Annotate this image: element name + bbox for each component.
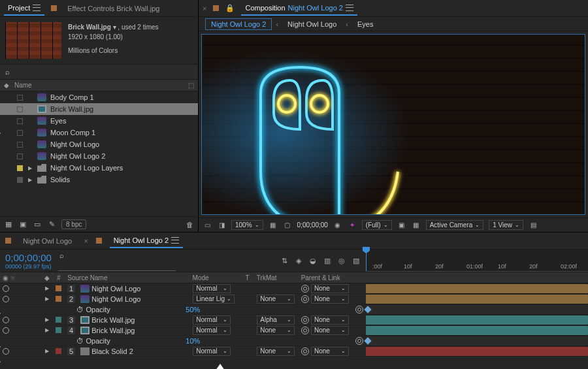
monitor-icon[interactable]: ▭ xyxy=(203,221,212,229)
project-item[interactable]: Eyes xyxy=(0,115,198,127)
motion-blur-icon[interactable]: ◎ xyxy=(337,257,346,265)
keyframe-icon[interactable] xyxy=(364,306,371,313)
shy-icon[interactable]: ◒ xyxy=(308,257,318,265)
layer-row[interactable]: ▶ 5 Black Solid 2 Normal⌄ None⌄ None⌄ xyxy=(0,346,366,357)
panel-menu-icon[interactable] xyxy=(33,5,41,11)
visibility-toggle[interactable] xyxy=(3,327,9,334)
label-icon[interactable]: ◆ xyxy=(4,82,9,89)
trkmat-dropdown[interactable]: None⌄ xyxy=(257,295,295,304)
blend-mode-dropdown[interactable]: Normal⌄ xyxy=(193,347,231,356)
property-value[interactable]: 10% xyxy=(183,336,234,345)
composition-viewer[interactable] xyxy=(201,34,585,215)
layer-bar[interactable] xyxy=(366,315,588,325)
crumb-item[interactable]: Eyes xyxy=(352,19,378,29)
color-icon[interactable]: ✦ xyxy=(348,221,357,229)
parent-dropdown[interactable]: None⌄ xyxy=(311,295,349,304)
project-item[interactable]: Brick Wall.jpg xyxy=(0,103,198,115)
pickwhip-icon[interactable] xyxy=(301,347,309,355)
layer-bar[interactable] xyxy=(366,295,588,304)
layer-row[interactable]: ▶ 1 Night Owl Logo Normal⌄ None⌄ xyxy=(0,283,366,294)
blend-mode-dropdown[interactable]: Normal⌄ xyxy=(193,315,231,325)
project-search[interactable]: ⌕ xyxy=(0,64,198,80)
guides-icon[interactable]: ▢ xyxy=(283,221,292,229)
blend-mode-dropdown[interactable]: Normal⌄ xyxy=(193,326,231,335)
project-item[interactable]: Night Owl Logo 2 xyxy=(0,150,198,162)
property-value[interactable]: 50% xyxy=(183,304,234,314)
resolution-dropdown[interactable]: (Full)⌄ xyxy=(362,220,392,230)
new-comp-icon[interactable]: ▣ xyxy=(18,220,27,229)
blend-mode-dropdown[interactable]: Normal⌄ xyxy=(193,284,231,293)
trkmat-dropdown[interactable]: None⌄ xyxy=(257,326,295,335)
timeline-tracks[interactable]: :00f10f20f01:00f10f20f02:00f xyxy=(366,249,588,357)
project-list[interactable]: Body Comp 1Brick Wall.jpgEyesMoon Comp 1… xyxy=(0,91,198,216)
panel-menu-icon[interactable] xyxy=(346,5,353,11)
exposure-icon[interactable]: ▤ xyxy=(529,221,538,229)
playhead[interactable] xyxy=(366,249,367,271)
timeline-search[interactable]: ⌕ xyxy=(58,250,176,271)
layer-row[interactable]: ▶ 2 Night Owl Logo Linear Lig⌄ None⌄ Non… xyxy=(0,294,366,304)
graph-editor-icon[interactable]: ▧ xyxy=(351,257,361,265)
pickwhip-icon[interactable] xyxy=(355,337,363,345)
visibility-toggle[interactable] xyxy=(3,317,9,323)
bpc-toggle[interactable]: 8 bpc xyxy=(61,219,86,229)
comp-mini-flow-icon[interactable]: ⇅ xyxy=(280,257,289,265)
parent-dropdown[interactable]: None⌄ xyxy=(311,347,349,356)
parent-dropdown[interactable]: None⌄ xyxy=(311,315,349,325)
time-ruler[interactable]: :00f10f20f01:00f10f20f02:00f xyxy=(366,249,588,272)
zoom-dropdown[interactable]: 100%⌄ xyxy=(231,220,263,230)
visibility-toggle[interactable] xyxy=(3,348,9,355)
blend-mode-dropdown[interactable]: Linear Lig⌄ xyxy=(193,295,235,304)
project-item[interactable]: Moon Comp 1 xyxy=(0,127,198,138)
project-item[interactable]: Body Comp 1 xyxy=(0,91,198,103)
grid-icon[interactable]: ▦ xyxy=(269,221,278,229)
roi-icon[interactable]: ▣ xyxy=(397,221,406,229)
mask-icon[interactable]: ◨ xyxy=(217,221,226,229)
property-row[interactable]: ⏱ Opacity 10% xyxy=(0,336,366,346)
camera-dropdown[interactable]: Active Camera⌄ xyxy=(426,220,484,230)
pickwhip-icon[interactable] xyxy=(301,285,309,293)
project-item[interactable]: ▶Night Owl Logo Layers xyxy=(0,162,198,174)
bin-icon[interactable]: ▦ xyxy=(4,220,13,229)
layer-bar[interactable] xyxy=(366,347,588,356)
brush-icon[interactable]: ✎ xyxy=(47,220,56,229)
pickwhip-icon[interactable] xyxy=(301,316,309,324)
tab-composition[interactable]: Composition Night Owl Logo 2 xyxy=(241,1,357,16)
stopwatch-icon[interactable]: ⏱ xyxy=(76,337,84,345)
lock-icon[interactable]: 🔒 xyxy=(225,4,235,12)
project-item[interactable]: ▶Solids xyxy=(0,174,198,185)
timecode[interactable]: 0;00;00;00 xyxy=(5,252,52,263)
current-time[interactable]: 0;00;00;00 xyxy=(297,221,328,229)
parent-dropdown[interactable]: None⌄ xyxy=(311,326,349,335)
tab-project[interactable]: Project xyxy=(4,1,44,16)
property-row[interactable]: ⏱ Opacity 50% xyxy=(0,304,366,315)
transparency-icon[interactable]: ▦ xyxy=(412,221,421,229)
frame-blend-icon[interactable]: ▥ xyxy=(323,257,332,265)
visibility-toggle[interactable] xyxy=(3,285,9,292)
trkmat-dropdown[interactable]: Alpha⌄ xyxy=(257,315,295,325)
visibility-toggle[interactable] xyxy=(3,296,9,302)
layer-row[interactable]: ▶ 3 Brick Wall.jpg Normal⌄ Alpha⌄ None⌄ xyxy=(0,315,366,325)
timeline-tab[interactable]: Night Owl Logo 2 xyxy=(110,234,183,248)
parent-dropdown[interactable]: None⌄ xyxy=(311,284,349,293)
project-item[interactable]: Night Owl Logo xyxy=(0,138,198,150)
crumb-item[interactable]: Night Owl Logo xyxy=(282,19,342,29)
search-input[interactable] xyxy=(59,259,174,269)
draft3d-icon[interactable]: ◈ xyxy=(294,257,303,265)
views-dropdown[interactable]: 1 View⌄ xyxy=(489,220,523,230)
stopwatch-icon[interactable]: ⏱ xyxy=(76,306,84,313)
crumb-item[interactable]: Night Owl Logo 2 xyxy=(205,18,272,30)
pickwhip-icon[interactable] xyxy=(301,295,309,303)
layer-bar[interactable] xyxy=(366,326,588,335)
pickwhip-icon[interactable] xyxy=(355,306,363,313)
keyframe-icon[interactable] xyxy=(364,337,371,344)
panel-menu-icon[interactable] xyxy=(171,237,179,244)
timeline-tab[interactable]: Night Owl Logo xyxy=(19,234,76,248)
layer-row[interactable]: ▶ 4 Brick Wall.jpg Normal⌄ None⌄ None⌄ xyxy=(0,325,366,336)
new-folder-icon[interactable]: ▭ xyxy=(33,220,42,229)
trash-icon[interactable]: 🗑 xyxy=(185,221,194,229)
tab-effect-controls[interactable]: Effect Controls Brick Wall.jpg xyxy=(63,2,163,15)
trkmat-dropdown[interactable]: None⌄ xyxy=(257,347,295,356)
search-input[interactable] xyxy=(10,66,193,78)
snapshot-icon[interactable]: ◉ xyxy=(333,221,342,229)
pickwhip-icon[interactable] xyxy=(301,327,309,334)
